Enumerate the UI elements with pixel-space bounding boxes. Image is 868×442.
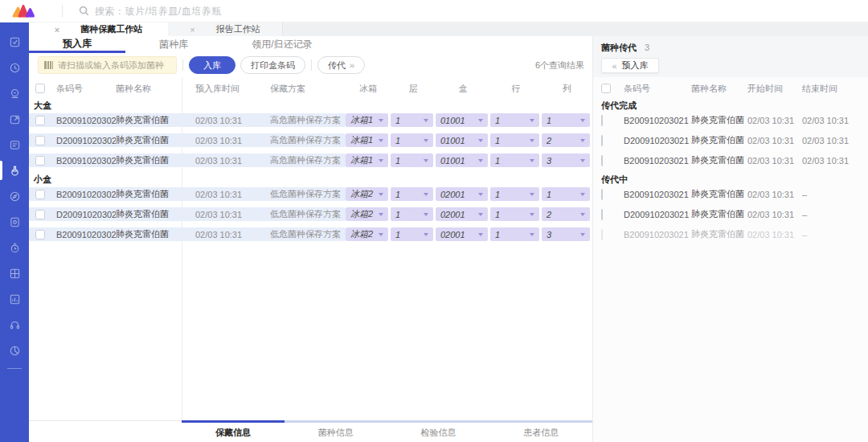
fridge-select[interactable]: 冰箱1 (346, 153, 388, 167)
chevron-down-icon (478, 139, 483, 142)
chevron-down-icon (478, 213, 483, 216)
sidebar-item-card[interactable] (0, 132, 29, 158)
start-time-cell: 02/03 10:31 (747, 230, 802, 239)
flask-icon (9, 165, 21, 177)
fridge-select[interactable]: 冰箱2 (346, 207, 388, 221)
row-select[interactable]: 1 (490, 207, 539, 221)
sidebar-item-export[interactable] (0, 106, 29, 132)
col-select[interactable]: 2 (542, 207, 590, 221)
passage-button[interactable]: 传代 » (317, 56, 365, 74)
fridge-select[interactable]: 冰箱1 (346, 133, 388, 147)
layer-select[interactable]: 1 (391, 207, 433, 221)
sidebar-item-clock[interactable] (0, 55, 29, 80)
box-select[interactable]: 02001 (436, 207, 488, 221)
box-select[interactable]: 01001 (436, 113, 488, 127)
col-select[interactable]: 3 (542, 153, 590, 167)
sidebar-item-storage-grid[interactable] (0, 260, 29, 286)
select-all-checkbox[interactable] (601, 84, 611, 93)
row-select[interactable]: 1 (490, 227, 539, 241)
export-icon (9, 113, 21, 125)
sidebar-item-task[interactable] (0, 29, 29, 55)
table-row: B200910203021 肺炎克雷伯菌 02/03 10:31 – (593, 227, 868, 241)
tab-preservation-info[interactable]: 保藏信息 (182, 423, 285, 442)
row-checkbox[interactable] (35, 230, 45, 239)
layer-select[interactable]: 1 (391, 133, 433, 147)
row-select[interactable]: 1 (490, 187, 539, 201)
sidebar-item-flask-active[interactable] (0, 158, 29, 183)
sidebar-item-timer[interactable] (0, 235, 29, 260)
row-checkbox[interactable] (601, 135, 603, 146)
row-checkbox[interactable] (601, 209, 603, 220)
row-checkbox[interactable] (35, 116, 45, 125)
fridge-select[interactable]: 冰箱2 (346, 187, 388, 201)
fridge-select[interactable]: 冰箱2 (346, 227, 388, 241)
box-select[interactable]: 01001 (436, 133, 488, 147)
col-select[interactable]: 3 (542, 227, 590, 241)
chevron-down-icon (530, 233, 534, 236)
sidebar-item-microscope[interactable] (0, 80, 29, 106)
select-all-checkbox[interactable] (35, 84, 45, 93)
barcode-scan-field[interactable] (38, 56, 177, 74)
app-window: × 菌种保藏工作站 × 报告工作站 预入库 菌种库 领用/归还记录 入库 打印盒… (0, 0, 868, 442)
sidebar-item-bar-chart[interactable] (0, 286, 29, 312)
layer-select[interactable]: 1 (391, 113, 433, 127)
tab-pre-storage[interactable]: 预入库 (29, 36, 125, 53)
sidebar-item-pie-chart[interactable] (0, 338, 29, 363)
tab-patient-info[interactable]: 患者信息 (489, 423, 592, 442)
barcode-cell: D200910203021 (51, 207, 116, 221)
tab-strain-library[interactable]: 菌种库 (125, 36, 222, 53)
row-checkbox[interactable] (601, 155, 603, 166)
sidebar-item-compass[interactable] (0, 183, 29, 209)
col-header-barcode: 条码号 (624, 83, 691, 95)
row-checkbox[interactable] (35, 156, 45, 166)
close-icon[interactable]: × (190, 25, 194, 35)
plan-cell: 高危菌种保存方案 (268, 133, 346, 147)
search-input[interactable] (95, 6, 272, 17)
close-icon[interactable]: × (55, 25, 59, 35)
row-checkbox[interactable] (601, 115, 603, 126)
row-checkbox[interactable] (35, 136, 45, 145)
box-select[interactable]: 02001 (436, 187, 488, 201)
barcode-scan-input[interactable] (58, 60, 170, 70)
back-to-pre-storage-button[interactable]: « 预入库 (601, 58, 659, 73)
print-box-barcode-button[interactable]: 打印盒条码 (240, 56, 305, 74)
global-search[interactable] (79, 6, 272, 17)
time-cell: 02/03 10:31 (182, 153, 268, 167)
col-select[interactable]: 2 (542, 133, 590, 147)
chevron-down-icon (530, 193, 534, 196)
end-time-cell: – (802, 230, 863, 239)
row-checkbox[interactable] (35, 190, 45, 199)
window-tab-strain-workstation[interactable]: × 菌种保藏工作站 (29, 23, 168, 36)
layer-select[interactable]: 1 (391, 187, 433, 201)
col-select[interactable]: 1 (542, 187, 590, 201)
box-select[interactable]: 01001 (436, 153, 488, 167)
table-row: D200910203021 肺炎克雷伯菌 02/03 10:31 低危菌种保存方… (29, 207, 592, 221)
toolbar-divider (182, 59, 183, 71)
sidebar-item-document-settings[interactable] (0, 209, 29, 235)
store-in-button[interactable]: 入库 (189, 56, 235, 74)
tab-strain-info[interactable]: 菌种信息 (285, 423, 387, 442)
row-checkbox[interactable] (601, 229, 603, 240)
row-select[interactable]: 1 (490, 113, 539, 127)
compass-icon (9, 190, 21, 203)
row-select[interactable]: 1 (490, 133, 539, 147)
plan-cell: 低危菌种保存方案 (268, 187, 346, 201)
sidebar-item-headset[interactable] (0, 312, 29, 338)
fridge-select[interactable]: 冰箱1 (346, 113, 388, 127)
box-select[interactable]: 02001 (436, 227, 488, 241)
strain-name-cell: 肺炎克雷伯菌 (691, 154, 747, 166)
row-select[interactable]: 1 (490, 153, 539, 167)
end-time-cell: 02/03 10:31 (802, 156, 863, 166)
layer-select[interactable]: 1 (391, 153, 433, 167)
tab-inspection-info[interactable]: 检验信息 (387, 423, 490, 442)
row-checkbox[interactable] (35, 210, 45, 219)
chevron-down-icon (478, 159, 483, 162)
tab-borrow-return-records[interactable]: 领用/归还记录 (222, 36, 342, 53)
row-checkbox[interactable] (601, 189, 603, 200)
layer-select[interactable]: 1 (391, 227, 433, 241)
time-cell: 02/03 10:31 (182, 187, 268, 201)
col-select[interactable]: 1 (542, 113, 590, 127)
window-tab-report-workstation[interactable]: × 报告工作站 (168, 23, 283, 36)
col-header-col: 列 (542, 83, 592, 95)
chevron-down-icon (530, 213, 534, 216)
